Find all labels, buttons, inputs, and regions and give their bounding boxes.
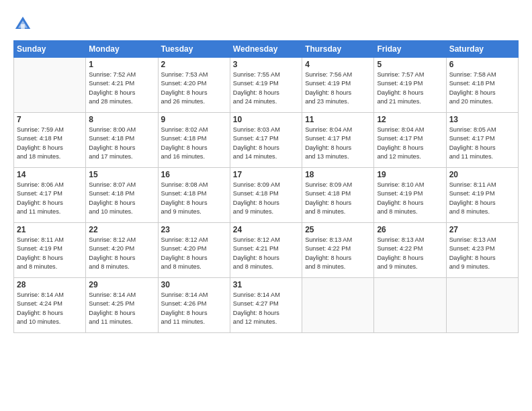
calendar-week-row: 7Sunrise: 7:59 AM Sunset: 4:18 PM Daylig… [14,113,519,168]
day-info: Sunrise: 8:04 AM Sunset: 4:17 PM Dayligh… [377,126,443,161]
day-number: 2 [161,60,227,69]
day-info: Sunrise: 8:14 AM Sunset: 4:24 PM Dayligh… [17,291,83,326]
calendar-cell: 17Sunrise: 8:09 AM Sunset: 4:18 PM Dayli… [230,168,302,223]
calendar-cell: 24Sunrise: 8:12 AM Sunset: 4:21 PM Dayli… [230,223,302,278]
day-info: Sunrise: 7:55 AM Sunset: 4:19 PM Dayligh… [233,71,299,106]
calendar-week-row: 14Sunrise: 8:06 AM Sunset: 4:17 PM Dayli… [14,168,519,223]
calendar-header-row: SundayMondayTuesdayWednesdayThursdayFrid… [14,41,519,58]
calendar-week-row: 21Sunrise: 8:11 AM Sunset: 4:19 PM Dayli… [14,223,519,278]
day-number: 14 [17,170,83,179]
day-info: Sunrise: 8:14 AM Sunset: 4:25 PM Dayligh… [89,291,154,326]
calendar-cell: 31Sunrise: 8:14 AM Sunset: 4:27 PM Dayli… [230,278,302,333]
calendar-header-wednesday: Wednesday [230,41,302,58]
day-number: 27 [449,225,515,234]
calendar-cell: 5Sunrise: 7:57 AM Sunset: 4:19 PM Daylig… [374,58,446,113]
header [13,12,519,34]
calendar-cell: 14Sunrise: 8:06 AM Sunset: 4:17 PM Dayli… [14,168,86,223]
calendar-cell: 28Sunrise: 8:14 AM Sunset: 4:24 PM Dayli… [14,278,86,333]
calendar-header-saturday: Saturday [446,41,518,58]
calendar-header-friday: Friday [374,41,446,58]
day-number: 31 [233,280,299,289]
calendar-cell: 22Sunrise: 8:12 AM Sunset: 4:20 PM Dayli… [86,223,158,278]
day-number: 16 [161,170,227,179]
day-number: 13 [449,115,515,124]
calendar-header-sunday: Sunday [14,41,86,58]
day-info: Sunrise: 8:05 AM Sunset: 4:17 PM Dayligh… [449,126,515,161]
day-info: Sunrise: 7:59 AM Sunset: 4:18 PM Dayligh… [17,126,83,161]
day-number: 20 [449,170,515,179]
day-info: Sunrise: 8:09 AM Sunset: 4:18 PM Dayligh… [233,181,299,216]
calendar-header-monday: Monday [86,41,158,58]
calendar-cell: 23Sunrise: 8:12 AM Sunset: 4:20 PM Dayli… [158,223,230,278]
calendar-cell: 8Sunrise: 8:00 AM Sunset: 4:18 PM Daylig… [86,113,158,168]
calendar-cell [446,278,518,333]
day-number: 19 [377,170,443,179]
day-info: Sunrise: 8:11 AM Sunset: 4:19 PM Dayligh… [449,181,515,216]
day-info: Sunrise: 8:13 AM Sunset: 4:22 PM Dayligh… [377,236,443,271]
calendar-header-tuesday: Tuesday [158,41,230,58]
day-number: 5 [377,60,443,69]
day-info: Sunrise: 8:00 AM Sunset: 4:18 PM Dayligh… [89,126,154,161]
day-number: 21 [17,225,83,234]
day-info: Sunrise: 7:56 AM Sunset: 4:19 PM Dayligh… [305,71,371,106]
calendar-table: SundayMondayTuesdayWednesdayThursdayFrid… [13,40,519,333]
day-number: 9 [161,115,227,124]
day-number: 30 [161,280,227,289]
day-info: Sunrise: 8:12 AM Sunset: 4:21 PM Dayligh… [233,236,299,271]
day-number: 1 [89,60,154,69]
day-number: 10 [233,115,299,124]
calendar-cell: 27Sunrise: 8:13 AM Sunset: 4:23 PM Dayli… [446,223,518,278]
day-number: 8 [89,115,154,124]
calendar-cell: 21Sunrise: 8:11 AM Sunset: 4:19 PM Dayli… [14,223,86,278]
logo-icon [13,15,32,34]
day-info: Sunrise: 8:12 AM Sunset: 4:20 PM Dayligh… [89,236,154,271]
day-number: 11 [305,115,371,124]
day-number: 29 [89,280,154,289]
calendar-week-row: 28Sunrise: 8:14 AM Sunset: 4:24 PM Dayli… [14,278,519,333]
day-info: Sunrise: 8:07 AM Sunset: 4:18 PM Dayligh… [89,181,154,216]
day-info: Sunrise: 8:04 AM Sunset: 4:17 PM Dayligh… [305,126,371,161]
day-info: Sunrise: 8:10 AM Sunset: 4:19 PM Dayligh… [377,181,443,216]
calendar-cell: 9Sunrise: 8:02 AM Sunset: 4:18 PM Daylig… [158,113,230,168]
calendar-cell: 4Sunrise: 7:56 AM Sunset: 4:19 PM Daylig… [302,58,374,113]
day-info: Sunrise: 8:14 AM Sunset: 4:27 PM Dayligh… [233,291,299,326]
day-number: 6 [449,60,515,69]
calendar-cell: 11Sunrise: 8:04 AM Sunset: 4:17 PM Dayli… [302,113,374,168]
day-number: 17 [233,170,299,179]
calendar-cell [302,278,374,333]
day-number: 7 [17,115,83,124]
day-number: 23 [161,225,227,234]
logo [13,15,35,34]
calendar-cell: 19Sunrise: 8:10 AM Sunset: 4:19 PM Dayli… [374,168,446,223]
calendar-cell: 30Sunrise: 8:14 AM Sunset: 4:26 PM Dayli… [158,278,230,333]
calendar-cell [14,58,86,113]
calendar-cell: 15Sunrise: 8:07 AM Sunset: 4:18 PM Dayli… [86,168,158,223]
calendar-header-thursday: Thursday [302,41,374,58]
day-info: Sunrise: 8:13 AM Sunset: 4:23 PM Dayligh… [449,236,515,271]
calendar-cell: 1Sunrise: 7:52 AM Sunset: 4:21 PM Daylig… [86,58,158,113]
day-number: 3 [233,60,299,69]
calendar-cell: 26Sunrise: 8:13 AM Sunset: 4:22 PM Dayli… [374,223,446,278]
page: SundayMondayTuesdayWednesdayThursdayFrid… [0,0,532,411]
day-number: 18 [305,170,371,179]
calendar-cell [374,278,446,333]
calendar-cell: 7Sunrise: 7:59 AM Sunset: 4:18 PM Daylig… [14,113,86,168]
day-info: Sunrise: 8:03 AM Sunset: 4:17 PM Dayligh… [233,126,299,161]
day-info: Sunrise: 8:02 AM Sunset: 4:18 PM Dayligh… [161,126,227,161]
day-number: 4 [305,60,371,69]
calendar-cell: 2Sunrise: 7:53 AM Sunset: 4:20 PM Daylig… [158,58,230,113]
day-info: Sunrise: 7:53 AM Sunset: 4:20 PM Dayligh… [161,71,227,106]
calendar-cell: 18Sunrise: 8:09 AM Sunset: 4:18 PM Dayli… [302,168,374,223]
day-info: Sunrise: 8:13 AM Sunset: 4:22 PM Dayligh… [305,236,371,271]
day-info: Sunrise: 8:11 AM Sunset: 4:19 PM Dayligh… [17,236,83,271]
day-number: 12 [377,115,443,124]
calendar-cell: 10Sunrise: 8:03 AM Sunset: 4:17 PM Dayli… [230,113,302,168]
calendar-cell: 13Sunrise: 8:05 AM Sunset: 4:17 PM Dayli… [446,113,518,168]
calendar-cell: 3Sunrise: 7:55 AM Sunset: 4:19 PM Daylig… [230,58,302,113]
day-info: Sunrise: 7:58 AM Sunset: 4:18 PM Dayligh… [449,71,515,106]
calendar-cell: 6Sunrise: 7:58 AM Sunset: 4:18 PM Daylig… [446,58,518,113]
calendar-cell: 16Sunrise: 8:08 AM Sunset: 4:18 PM Dayli… [158,168,230,223]
day-info: Sunrise: 8:09 AM Sunset: 4:18 PM Dayligh… [305,181,371,216]
day-number: 15 [89,170,154,179]
day-info: Sunrise: 8:08 AM Sunset: 4:18 PM Dayligh… [161,181,227,216]
